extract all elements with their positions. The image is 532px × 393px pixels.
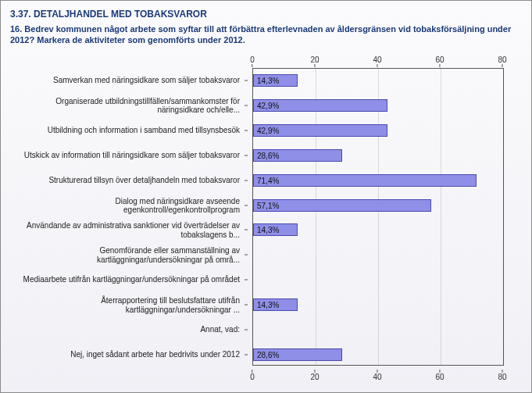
category-label: Mediaarbete utifrån kartläggningar/under… <box>13 276 240 285</box>
category-label: Utbildning och information i samband med… <box>13 126 240 135</box>
bar-row: 14,3% <box>253 68 503 93</box>
bar-value-label: 42,9% <box>257 126 279 134</box>
section-title: 3.37. DETALJHANDEL MED TOBAKSVAROR <box>10 9 522 20</box>
category-label: Dialog med näringsidkare avseende egenko… <box>13 196 240 214</box>
category-row: Genomförande eller sammanställning av ka… <box>10 242 245 267</box>
x-tick: 60 <box>435 369 444 381</box>
category-tick <box>245 330 248 330</box>
x-tick: 20 <box>310 369 319 381</box>
bar-value-label: 28,6% <box>257 151 279 159</box>
bar: 42,9% <box>253 99 387 112</box>
category-row: Nej, inget sådant arbete har bedrivits u… <box>10 342 245 367</box>
plot-area: 14,3%42,9%42,9%28,6%71,4%57,1%14,3%14,3%… <box>252 68 504 366</box>
category-row: Användande av administrativa sanktioner … <box>10 218 245 243</box>
category-labels: Samverkan med näringsidkare som säljer t… <box>10 68 245 366</box>
category-row: Återrapportering till beslutsfattare uti… <box>10 292 245 317</box>
bar: 28,6% <box>253 149 342 162</box>
bar-row: 28,6% <box>253 342 503 367</box>
x-tick-label: 80 <box>498 55 506 64</box>
x-tick: 40 <box>373 369 381 381</box>
report-frame: 3.37. DETALJHANDEL MED TOBAKSVAROR 16. B… <box>0 0 532 393</box>
category-label: Genomförande eller sammanställning av ka… <box>13 246 240 264</box>
x-tick: 80 <box>498 55 506 68</box>
bar-row: 71,4% <box>253 168 503 193</box>
category-tick <box>245 80 248 80</box>
category-row: Organiserade utbildningstillfällen/samma… <box>10 93 245 118</box>
category-tick <box>245 180 248 180</box>
category-row: Utskick av information till näringsidkar… <box>10 143 245 168</box>
x-tick-label: 0 <box>250 55 255 64</box>
bar-row: 57,1% <box>253 193 503 218</box>
bar: 14,3% <box>253 223 298 236</box>
category-row: Strukturerad tillsyn över detaljhandeln … <box>10 168 245 193</box>
bar: 71,4% <box>253 174 477 187</box>
question-text: 16. Bedrev kommunen något arbete som syf… <box>10 24 522 46</box>
x-tick-label: 20 <box>310 373 319 381</box>
bar-row: 42,9% <box>253 93 503 118</box>
category-row: Dialog med näringsidkare avseende egenko… <box>10 193 245 218</box>
x-tick-label: 40 <box>373 373 381 381</box>
x-tick-label: 40 <box>373 55 381 64</box>
bar: 14,3% <box>253 74 298 87</box>
category-label: Strukturerad tillsyn över detaljhandeln … <box>13 176 240 185</box>
category-label: Nej, inget sådant arbete har bedrivits u… <box>13 350 240 359</box>
chart: 020406080 020406080 Samverkan med näring… <box>10 57 522 377</box>
bar-row: 42,9% <box>253 118 503 143</box>
x-axis-bottom: 020406080 <box>252 369 502 380</box>
bar-row <box>253 267 503 292</box>
x-axis-top: 020406080 <box>252 55 502 66</box>
x-tick: 0 <box>250 55 255 68</box>
x-tick-label: 0 <box>250 373 255 381</box>
header: 3.37. DETALJHANDEL MED TOBAKSVAROR 16. B… <box>1 1 531 49</box>
bar-value-label: 71,4% <box>257 176 279 184</box>
category-label: Organiserade utbildningstillfällen/samma… <box>13 96 240 114</box>
bar-value-label: 28,6% <box>257 351 279 359</box>
bar: 57,1% <box>253 199 431 212</box>
bar-value-label: 14,3% <box>257 226 279 234</box>
x-tick-label: 60 <box>435 373 444 381</box>
bar-value-label: 14,3% <box>257 301 279 309</box>
category-row: Mediaarbete utifrån kartläggningar/under… <box>10 267 245 292</box>
category-label: Användande av administrativa sanktioner … <box>13 221 240 239</box>
x-tick-label: 80 <box>498 373 506 381</box>
bar: 42,9% <box>253 124 387 137</box>
category-tick <box>245 280 248 280</box>
x-tick: 60 <box>435 55 444 68</box>
bar-row <box>253 317 503 342</box>
bar: 14,3% <box>253 298 298 311</box>
x-tick: 0 <box>250 369 255 381</box>
category-label: Utskick av information till näringsidkar… <box>13 151 240 160</box>
x-tick-label: 20 <box>310 55 319 64</box>
category-tick <box>245 230 248 230</box>
bar-row: 14,3% <box>253 292 503 317</box>
x-tick-label: 60 <box>435 55 444 64</box>
category-label: Återrapportering till beslutsfattare uti… <box>13 296 240 314</box>
category-tick <box>245 155 248 155</box>
category-tick <box>245 105 248 105</box>
bar-row <box>253 242 503 267</box>
bar-row: 14,3% <box>253 218 503 243</box>
bar-value-label: 57,1% <box>257 201 279 209</box>
category-row: Utbildning och information i samband med… <box>10 118 245 143</box>
category-label: Samverkan med näringsidkare som säljer t… <box>13 76 240 85</box>
category-row: Annat, vad: <box>10 317 245 342</box>
x-tick: 40 <box>373 55 381 68</box>
category-tick <box>245 205 248 205</box>
x-tick: 80 <box>498 369 506 381</box>
bar-value-label: 42,9% <box>257 101 279 109</box>
category-tick <box>245 130 248 130</box>
bar-row: 28,6% <box>253 143 503 168</box>
bar-value-label: 14,3% <box>257 76 279 84</box>
category-label: Annat, vad: <box>13 325 240 334</box>
bar: 28,6% <box>253 348 342 361</box>
category-tick <box>245 305 248 305</box>
category-row: Samverkan med näringsidkare som säljer t… <box>10 68 245 93</box>
x-tick: 20 <box>310 55 319 68</box>
category-tick <box>245 355 248 355</box>
category-tick <box>245 255 248 255</box>
